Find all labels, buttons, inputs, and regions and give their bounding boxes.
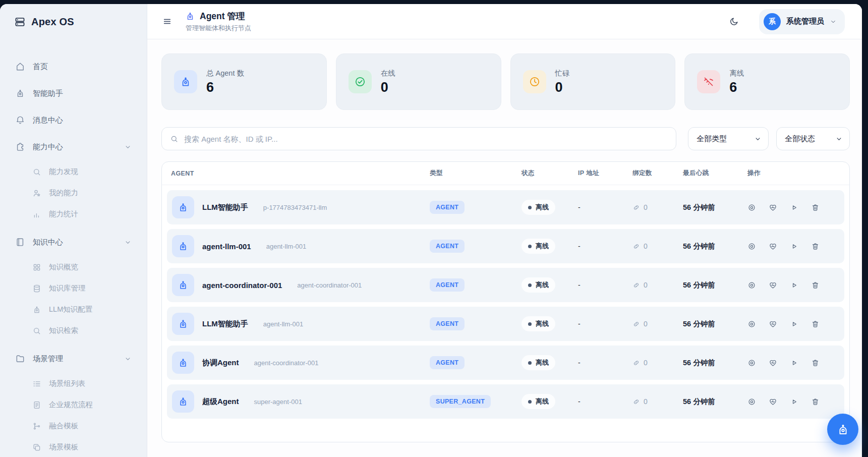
stat-value: 6 <box>729 80 744 95</box>
sidebar-item-capability-stats[interactable]: 能力统计 <box>8 204 139 224</box>
chevron-down-icon <box>124 239 132 246</box>
table-row[interactable]: 超级Agent super-agent-001 SUPER_AGENT 离线 - <box>167 384 844 419</box>
column-header: 状态 <box>522 169 578 178</box>
agent-table: AGENT类型状态IP 地址绑定数最后心跳操作 LLM智能助手 p-177478… <box>161 161 850 442</box>
sidebar-item-label: 我的能力 <box>49 188 78 198</box>
sidebar-item-label: 知识概览 <box>49 262 78 272</box>
column-header: AGENT <box>171 170 430 177</box>
heartbeat-button[interactable] <box>769 320 777 328</box>
table-row[interactable]: agent-llm-001 agent-llm-001 AGENT 离线 - <box>167 229 844 263</box>
robot-icon <box>32 305 41 314</box>
ip-address: - <box>578 242 632 250</box>
binding-count: 0 <box>644 203 648 211</box>
user-name: 系统管理员 <box>786 17 824 26</box>
sidebar-item-my-capability[interactable]: 我的能力 <box>8 183 139 203</box>
agent-id: super-agent-001 <box>254 398 302 406</box>
agent-type-badge: AGENT <box>430 278 465 292</box>
stat-card-offline: 离线 6 <box>684 53 850 110</box>
run-button[interactable] <box>790 281 798 290</box>
table-row[interactable]: LLM智能助手 p-1774783473471-llm AGENT 离线 - <box>167 190 844 224</box>
run-button[interactable] <box>790 397 798 406</box>
app-logo: Apex OS <box>0 4 147 33</box>
sidebar-group-scene[interactable]: 场景管理 <box>8 347 139 370</box>
delete-button[interactable] <box>811 203 820 212</box>
type-filter-select[interactable]: 全部类型 <box>688 127 769 150</box>
agent-type-badge: AGENT <box>430 317 465 330</box>
sidebar-item-llm-knowledge-config[interactable]: LLM知识配置 <box>8 300 139 319</box>
list-icon <box>32 379 41 388</box>
status-dot <box>528 400 532 404</box>
user-star-icon <box>32 189 41 198</box>
run-button[interactable] <box>790 359 798 367</box>
run-button[interactable] <box>790 242 798 251</box>
sidebar-item-knowledge-base[interactable]: 知识库管理 <box>8 278 139 298</box>
sidebar-item-capability-discover[interactable]: 能力发现 <box>8 162 139 182</box>
sidebar-item-enterprise-flow[interactable]: 企业规范流程 <box>8 395 139 415</box>
dark-mode-toggle-icon[interactable] <box>729 17 739 26</box>
chevron-down-icon <box>124 143 132 151</box>
view-button[interactable] <box>747 359 756 367</box>
last-heartbeat: 56 分钟前 <box>683 319 747 329</box>
sidebar-group-capability[interactable]: 能力中心 <box>8 135 139 158</box>
heartbeat-button[interactable] <box>769 359 777 367</box>
search-box[interactable] <box>161 127 676 150</box>
binding-count: 0 <box>644 397 648 406</box>
clock-icon <box>529 76 541 88</box>
view-button[interactable] <box>747 320 756 328</box>
type-filter-value: 全部类型 <box>697 134 727 144</box>
sidebar-item-knowledge-search[interactable]: 知识检索 <box>8 321 139 340</box>
delete-button[interactable] <box>811 320 820 328</box>
delete-button[interactable] <box>811 397 820 406</box>
heartbeat-button[interactable] <box>769 203 777 212</box>
ip-address: - <box>578 281 632 289</box>
heartbeat-button[interactable] <box>769 281 777 290</box>
delete-button[interactable] <box>811 359 820 367</box>
heartbeat-button[interactable] <box>769 397 777 406</box>
app-window: Apex OS 首页 智能助手 消息中心 能力中心 能力发现 <box>0 4 862 457</box>
sidebar-item-label: 首页 <box>33 62 48 72</box>
row-actions <box>747 359 844 367</box>
row-actions <box>747 281 844 290</box>
table-row[interactable]: LLM智能助手 agent-llm-001 AGENT 离线 - <box>167 307 844 341</box>
status-text: 离线 <box>536 280 549 290</box>
ip-address: - <box>578 203 632 211</box>
sidebar-item-knowledge-overview[interactable]: 知识概览 <box>8 257 139 277</box>
heartbeat-button[interactable] <box>769 242 777 251</box>
agent-type-badge: AGENT <box>430 240 465 253</box>
view-button[interactable] <box>747 397 756 406</box>
sidebar-item-scene-groups[interactable]: 场景组列表 <box>8 374 139 393</box>
delete-button[interactable] <box>811 242 820 251</box>
sidebar-group-knowledge[interactable]: 知识中心 <box>8 231 139 254</box>
view-button[interactable] <box>747 242 756 251</box>
run-button[interactable] <box>790 320 798 328</box>
table-header: AGENT类型状态IP 地址绑定数最后心跳操作 <box>162 162 849 185</box>
add-agent-fab[interactable] <box>827 414 858 445</box>
status-filter-select[interactable]: 全部状态 <box>776 127 850 150</box>
ip-address: - <box>578 320 632 328</box>
view-button[interactable] <box>747 203 756 212</box>
sidebar-item-scene-template[interactable]: 场景模板 <box>8 437 139 457</box>
run-button[interactable] <box>790 203 798 212</box>
sidebar-item-home[interactable]: 首页 <box>8 55 139 78</box>
filter-bar: 全部类型 全部状态 <box>161 127 850 150</box>
link-icon <box>632 204 640 211</box>
delete-button[interactable] <box>811 281 820 290</box>
sidebar-item-fusion-template[interactable]: 融合模板 <box>8 416 139 436</box>
sidebar-item-assistant[interactable]: 智能助手 <box>8 82 139 105</box>
hamburger-menu-icon[interactable] <box>162 17 172 26</box>
search-input[interactable] <box>184 135 668 143</box>
view-button[interactable] <box>747 281 756 290</box>
link-icon <box>632 243 640 250</box>
status-badge: 离线 <box>522 277 555 293</box>
status-badge: 离线 <box>522 239 555 254</box>
sidebar-group-label: 场景管理 <box>33 354 63 364</box>
sidebar-item-messages[interactable]: 消息中心 <box>8 108 139 132</box>
user-menu[interactable]: 系 系统管理员 <box>759 9 845 34</box>
table-row[interactable]: 协调Agent agent-coordinator-001 AGENT 离线 - <box>167 346 844 380</box>
table-row[interactable]: agent-coordinator-001 agent-coordinator-… <box>167 268 844 302</box>
status-badge: 离线 <box>522 355 555 370</box>
check-circle-icon <box>354 76 366 88</box>
robot-icon <box>836 423 850 436</box>
agent-type-badge: AGENT <box>430 356 465 369</box>
last-heartbeat: 56 分钟前 <box>683 280 747 290</box>
